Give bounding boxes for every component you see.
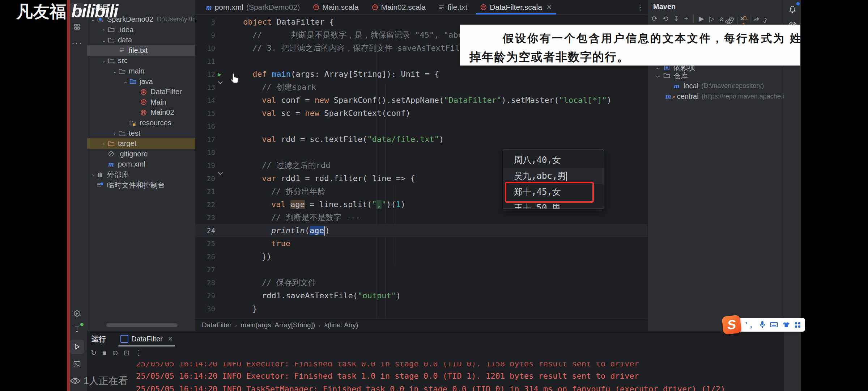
highlighting-eye-icon[interactable] [724,19,733,25]
tab-label: DataFilter.scala [490,3,542,12]
maven-item-local[interactable]: mlocal (D:\maven\repository) [648,81,784,91]
line-number: 9 [195,29,215,42]
code-text: // 保存到文件 [262,276,316,289]
code-text: val age = line.split(",")(1) [271,198,405,211]
tab-Main02_scala[interactable]: Main02.scala [365,0,433,14]
notifications-icon[interactable] [785,2,800,17]
maven-item-central[interactable]: m↗central (https://repo.maven.apache.org… [648,91,784,101]
chevron-down-icon[interactable]: ⌄ [112,68,118,74]
next-issue-icon[interactable]: ⌃ [762,16,767,24]
tree-item-________[interactable]: 临时文件和控制台 [87,180,196,190]
tree-item-.gitignore[interactable]: .gitignore [87,149,196,159]
run-config-icon[interactable]: ▷ [709,14,715,23]
maven-item-__[interactable]: ⌄仓库 [648,71,784,81]
tree-item-java[interactable]: ⌄java [87,76,196,87]
add-icon[interactable]: + [684,15,688,23]
tree-item-label: test [129,129,140,138]
code-line-12: 12▶def main(args: Array[String]): Unit =… [195,68,647,81]
red-annotation-box [505,182,594,203]
sync-icon[interactable]: ⟲ [663,14,668,23]
chevron-down-icon[interactable]: ⌄ [101,58,107,64]
run-icon[interactable]: ▶ [699,14,704,23]
tree-item-src[interactable]: ⌄src [87,55,196,66]
tree-item-pom.xml[interactable]: mpom.xml [87,159,196,169]
run-config-icon [120,335,128,343]
folder-icon [118,130,126,136]
chevron-right-icon[interactable]: › [101,27,107,33]
run-tab-label: DataFilter [131,335,163,343]
intellij-window: ··· 项目 ⌄ ⌄SparkDemo02D:\Users\yl\IdeaPr›… [67,0,800,391]
code-line-13: 13// 创建spark [195,81,647,94]
code-line-14: 14val conf = new SparkConf().setAppName(… [195,94,647,107]
close-icon[interactable]: ✕ [546,3,552,11]
more-icon[interactable]: ⋮ [135,349,142,357]
tree-item-.idea[interactable]: ›.idea [87,25,196,35]
close-icon[interactable]: ✕ [168,335,173,343]
line-number: 26 [195,250,215,263]
tab-label: pom.xml [215,3,243,12]
skin-shirt-icon[interactable] [783,321,790,328]
tree-item-data[interactable]: ⌄data [87,35,196,45]
folder-src-icon [128,79,137,84]
chevron-right-icon[interactable]: › [90,172,96,178]
stop-icon[interactable]: ■ [102,349,106,357]
more-icon[interactable]: ··· [70,35,84,50]
tree-item-target[interactable]: ›target [87,138,196,149]
screenshot-icon[interactable]: ⊙ [112,349,118,357]
line-number: 23 [195,211,215,224]
scroll-up-icon[interactable]: ↑ [100,339,104,347]
rerun-icon[interactable]: ↻ [91,349,97,357]
download-icon[interactable]: ↧ [673,14,679,23]
breadcrumb: DataFilter›main(args: Array[String])›λ(l… [195,319,654,331]
code-line-23: 23// 判断是不是数字 --- [195,211,647,224]
chevron-right-icon[interactable]: › [101,141,107,147]
toolbox-grid-icon[interactable] [795,322,801,328]
run-icon[interactable] [70,340,84,354]
scala-icon [139,99,148,105]
export-icon[interactable]: ⊡ [124,349,129,357]
commit-icon[interactable] [70,322,84,337]
run-tab-datafilter[interactable]: DataFilter ✕ [120,331,173,346]
tree-item-label: .gitignore [118,150,148,158]
breadcrumb-item[interactable]: DataFilter [202,321,231,329]
fold-icon[interactable] [218,172,243,175]
keyboard-icon[interactable] [770,322,778,328]
tree-item-Main[interactable]: Main [87,97,196,108]
tab-options-icon[interactable]: ⋮ [637,3,644,12]
console-output[interactable]: 25/05/05 16:14:20 INFO Executor: Finishe… [87,362,784,391]
tab-pom_xml[interactable]: mpom.xml (SparkDemo02) [200,0,306,14]
ime-punctuation-toggle[interactable]: ’， [745,320,755,330]
microphone-icon[interactable] [760,321,765,329]
terminal-icon[interactable] [70,357,84,371]
refresh-icon[interactable]: ⟳ [652,14,658,23]
sogou-logo[interactable]: S [722,315,742,335]
text-caret [566,172,567,181]
tree-item-DataFilter[interactable]: DataFilter [87,87,196,97]
tree-item-main[interactable]: ⌄main [87,66,196,76]
tree-item-Main02[interactable]: Main02 [87,107,196,118]
scala-icon [313,4,319,10]
tree-item-file.txt[interactable]: file.txt [87,45,196,56]
tab-Main_scala[interactable]: Main.scala [306,0,365,14]
folder-icon [107,58,115,64]
code-text: val rdd = sc.textFile("data/file.txt") [262,133,444,146]
chevron-down-icon[interactable]: ⌄ [101,37,107,43]
chevron-down-icon[interactable]: ⌄ [655,73,662,79]
eye-off-icon[interactable]: ⌀ [719,14,723,23]
video-frame: ··· 项目 ⌄ ⌄SparkDemo02D:\Users\yl\IdeaPr›… [0,0,868,391]
project-hscrollbar[interactable] [106,323,178,327]
tab-file_txt[interactable]: file.txt [432,0,474,14]
maven-item-url: (D:\maven\repository) [701,82,764,90]
breadcrumb-item[interactable]: main(args: Array[String]) [241,321,315,329]
tree-item-label: data [118,36,132,44]
tab-DataFilter_scala[interactable]: DataFilter.scala✕ [474,0,558,14]
line-number: 14 [195,94,215,107]
code-text: // 过滤之后的rdd [262,159,330,172]
tree-item-___[interactable]: ›外部库 [87,169,196,180]
chevron-right-icon[interactable]: › [112,130,118,136]
tree-item-test[interactable]: ›test [87,128,196,139]
chevron-down-icon[interactable]: ⌄ [123,79,128,84]
tree-item-resources[interactable]: resources [87,118,196,128]
breadcrumb-item[interactable]: λ(line: Any) [324,321,358,329]
services-icon[interactable] [70,306,84,321]
